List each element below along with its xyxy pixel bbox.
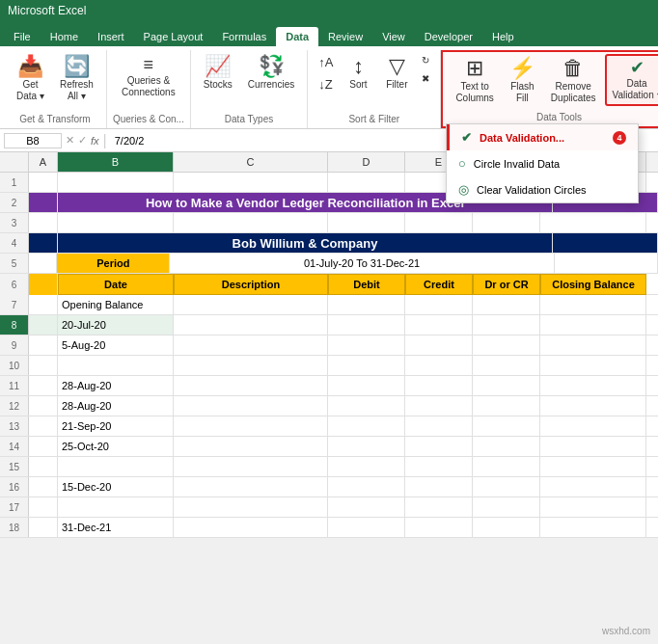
cell[interactable] bbox=[540, 457, 646, 476]
cell[interactable] bbox=[29, 396, 58, 416]
sort-za-button[interactable]: ↓Z bbox=[314, 74, 338, 94]
cell[interactable] bbox=[29, 477, 58, 496]
cell[interactable] bbox=[540, 416, 646, 436]
cell[interactable] bbox=[473, 335, 540, 355]
cell[interactable] bbox=[540, 477, 646, 496]
cell[interactable] bbox=[540, 437, 646, 456]
cell[interactable] bbox=[29, 193, 58, 212]
cell[interactable] bbox=[473, 356, 540, 375]
cell[interactable] bbox=[174, 315, 328, 335]
col-header-b[interactable]: B bbox=[58, 152, 174, 172]
reapply-button[interactable]: ↻ bbox=[417, 52, 434, 68]
cell[interactable] bbox=[328, 335, 405, 355]
cell[interactable] bbox=[174, 173, 328, 192]
cell[interactable] bbox=[405, 416, 473, 436]
cell[interactable] bbox=[58, 173, 174, 192]
currencies-button[interactable]: 💱 Currencies bbox=[241, 52, 301, 94]
cell[interactable] bbox=[29, 213, 58, 232]
cell[interactable] bbox=[328, 295, 405, 314]
cell[interactable] bbox=[58, 356, 174, 375]
tab-formulas[interactable]: Formulas bbox=[212, 27, 276, 46]
col-header-a[interactable]: A bbox=[29, 152, 58, 172]
cell[interactable] bbox=[328, 213, 405, 232]
col-header-c[interactable]: C bbox=[174, 152, 328, 172]
cell[interactable] bbox=[174, 356, 328, 375]
date-cell-14[interactable]: 25-Oct-20 bbox=[58, 437, 174, 456]
cell[interactable] bbox=[29, 437, 58, 456]
refresh-all-button[interactable]: 🔄 RefreshAll ▾ bbox=[53, 52, 100, 106]
cell[interactable] bbox=[405, 457, 473, 476]
date-cell-13[interactable]: 21-Sep-20 bbox=[58, 416, 174, 436]
tab-help[interactable]: Help bbox=[482, 27, 524, 46]
cell[interactable] bbox=[540, 315, 646, 335]
tab-home[interactable]: Home bbox=[41, 27, 88, 46]
date-cell-11[interactable]: 28-Aug-20 bbox=[58, 376, 174, 395]
queries-button[interactable]: ≡ Queries &Connections bbox=[115, 52, 182, 102]
cell[interactable] bbox=[29, 254, 57, 273]
tab-file[interactable]: File bbox=[4, 27, 41, 46]
date-cell-18[interactable]: 31-Dec-21 bbox=[58, 518, 174, 537]
cell[interactable] bbox=[555, 254, 658, 273]
cell[interactable] bbox=[174, 518, 328, 537]
cell[interactable] bbox=[473, 295, 540, 314]
cell[interactable] bbox=[473, 376, 540, 395]
cell[interactable] bbox=[540, 376, 646, 395]
cell[interactable] bbox=[405, 518, 473, 537]
cell[interactable] bbox=[540, 396, 646, 416]
clear-circles-item[interactable]: ◎ Clear Validation Circles bbox=[447, 176, 638, 202]
cell[interactable] bbox=[29, 233, 58, 253]
cell[interactable] bbox=[174, 457, 328, 476]
tab-page-layout[interactable]: Page Layout bbox=[134, 27, 213, 46]
date-cell-16[interactable]: 15-Dec-20 bbox=[58, 477, 174, 496]
cell[interactable] bbox=[29, 173, 58, 192]
cell[interactable] bbox=[29, 497, 58, 517]
cell[interactable] bbox=[540, 295, 646, 314]
cell[interactable] bbox=[473, 315, 540, 335]
cell[interactable] bbox=[405, 437, 473, 456]
remove-duplicates-button[interactable]: 🗑 RemoveDuplicates bbox=[544, 54, 603, 108]
cell[interactable] bbox=[58, 457, 174, 476]
cell[interactable] bbox=[174, 295, 328, 314]
clear-filter-button[interactable]: ✖ bbox=[417, 70, 434, 87]
cell[interactable] bbox=[540, 356, 646, 375]
cell[interactable] bbox=[328, 173, 405, 192]
cell[interactable] bbox=[405, 497, 473, 517]
cell[interactable] bbox=[405, 376, 473, 395]
date-cell-9[interactable]: 5-Aug-20 bbox=[58, 335, 174, 355]
cell[interactable] bbox=[405, 315, 473, 335]
cell[interactable] bbox=[29, 315, 58, 335]
cell[interactable] bbox=[174, 335, 328, 355]
cell[interactable] bbox=[29, 457, 58, 476]
cell[interactable] bbox=[328, 518, 405, 537]
cell[interactable] bbox=[174, 376, 328, 395]
cell[interactable] bbox=[29, 518, 58, 537]
cell[interactable] bbox=[328, 376, 405, 395]
text-to-columns-button[interactable]: ⊞ Text toColumns bbox=[449, 54, 500, 108]
cell[interactable] bbox=[29, 274, 58, 295]
cell[interactable] bbox=[405, 335, 473, 355]
cell[interactable] bbox=[405, 295, 473, 314]
cell-ref-input[interactable] bbox=[4, 133, 62, 148]
cell[interactable] bbox=[473, 518, 540, 537]
cell[interactable] bbox=[58, 213, 174, 232]
data-validation-button[interactable]: ✔ DataValidation ▾ bbox=[605, 54, 658, 106]
cell[interactable] bbox=[29, 356, 58, 375]
cell[interactable] bbox=[328, 315, 405, 335]
cell[interactable] bbox=[174, 497, 328, 517]
cell[interactable] bbox=[328, 437, 405, 456]
cell[interactable] bbox=[473, 437, 540, 456]
cell[interactable] bbox=[540, 497, 646, 517]
cell[interactable] bbox=[405, 356, 473, 375]
cell[interactable] bbox=[174, 213, 328, 232]
tab-review[interactable]: Review bbox=[318, 27, 372, 46]
stocks-button[interactable]: 📈 Stocks bbox=[197, 52, 239, 94]
cell[interactable] bbox=[405, 477, 473, 496]
tab-developer[interactable]: Developer bbox=[415, 27, 482, 46]
cell[interactable] bbox=[328, 416, 405, 436]
filter-button[interactable]: ▽ Filter bbox=[378, 52, 415, 94]
cell[interactable] bbox=[29, 416, 58, 436]
cell[interactable] bbox=[473, 477, 540, 496]
cell[interactable] bbox=[540, 335, 646, 355]
cell[interactable] bbox=[553, 233, 658, 253]
cell[interactable] bbox=[29, 335, 58, 355]
